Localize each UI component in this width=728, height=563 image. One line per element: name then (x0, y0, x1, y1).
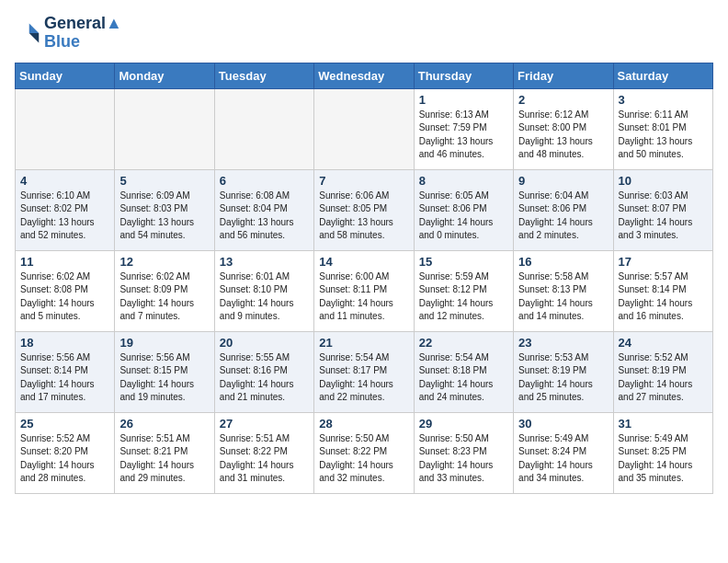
calendar-header-row: SundayMondayTuesdayWednesdayThursdayFrid… (16, 63, 713, 88)
page-header: General▲ Blue (15, 15, 713, 52)
day-number: 20 (220, 336, 309, 350)
day-info: Sunrise: 6:06 AM Sunset: 8:05 PM Dayligh… (319, 190, 408, 243)
calendar-cell: 20Sunrise: 5:55 AM Sunset: 8:16 PM Dayli… (214, 331, 313, 412)
calendar-cell: 18Sunrise: 5:56 AM Sunset: 8:14 PM Dayli… (16, 331, 115, 412)
day-info: Sunrise: 6:13 AM Sunset: 7:59 PM Dayligh… (419, 109, 508, 162)
day-info: Sunrise: 5:54 AM Sunset: 8:18 PM Dayligh… (419, 351, 508, 405)
day-info: Sunrise: 5:49 AM Sunset: 8:24 PM Dayligh… (518, 432, 608, 486)
calendar-cell: 23Sunrise: 5:53 AM Sunset: 8:19 PM Dayli… (514, 331, 613, 412)
col-header-wednesday: Wednesday (314, 63, 414, 88)
col-header-sunday: Sunday (16, 63, 115, 88)
svg-marker-1 (29, 33, 40, 43)
day-info: Sunrise: 5:56 AM Sunset: 8:14 PM Dayligh… (20, 351, 109, 405)
calendar-week-4: 18Sunrise: 5:56 AM Sunset: 8:14 PM Dayli… (16, 331, 713, 412)
day-number: 14 (319, 255, 408, 269)
calendar-cell: 7Sunrise: 6:06 AM Sunset: 8:05 PM Daylig… (314, 169, 414, 250)
day-number: 30 (518, 417, 608, 431)
calendar-cell: 16Sunrise: 5:58 AM Sunset: 8:13 PM Dayli… (514, 250, 613, 331)
day-info: Sunrise: 5:55 AM Sunset: 8:16 PM Dayligh… (220, 351, 309, 405)
calendar-cell: 30Sunrise: 5:49 AM Sunset: 8:24 PM Dayli… (514, 412, 613, 493)
day-number: 29 (419, 417, 508, 431)
day-info: Sunrise: 6:03 AM Sunset: 8:07 PM Dayligh… (619, 190, 708, 243)
day-number: 11 (20, 255, 109, 269)
calendar-cell: 24Sunrise: 5:52 AM Sunset: 8:19 PM Dayli… (613, 331, 712, 412)
day-info: Sunrise: 5:52 AM Sunset: 8:19 PM Dayligh… (619, 351, 708, 405)
day-info: Sunrise: 5:54 AM Sunset: 8:17 PM Dayligh… (319, 351, 408, 405)
day-info: Sunrise: 5:59 AM Sunset: 8:12 PM Dayligh… (419, 270, 508, 324)
day-info: Sunrise: 6:09 AM Sunset: 8:03 PM Dayligh… (119, 190, 209, 243)
day-number: 21 (319, 336, 408, 350)
calendar-cell: 21Sunrise: 5:54 AM Sunset: 8:17 PM Dayli… (314, 331, 414, 412)
calendar-table: SundayMondayTuesdayWednesdayThursdayFrid… (15, 63, 713, 494)
calendar-week-3: 11Sunrise: 6:02 AM Sunset: 8:08 PM Dayli… (16, 250, 713, 331)
day-info: Sunrise: 5:57 AM Sunset: 8:14 PM Dayligh… (619, 270, 708, 324)
day-number: 26 (119, 417, 209, 431)
calendar-cell: 3Sunrise: 6:11 AM Sunset: 8:01 PM Daylig… (613, 88, 712, 169)
day-info: Sunrise: 5:50 AM Sunset: 8:22 PM Dayligh… (319, 432, 408, 486)
day-number: 19 (119, 336, 209, 350)
day-number: 17 (619, 255, 708, 269)
calendar-cell: 2Sunrise: 6:12 AM Sunset: 8:00 PM Daylig… (514, 88, 613, 169)
calendar-cell: 8Sunrise: 6:05 AM Sunset: 8:06 PM Daylig… (414, 169, 513, 250)
day-number: 31 (619, 417, 708, 431)
day-number: 1 (419, 93, 508, 107)
day-info: Sunrise: 5:51 AM Sunset: 8:21 PM Dayligh… (119, 432, 209, 486)
col-header-tuesday: Tuesday (214, 63, 313, 88)
logo-text: General▲ Blue (44, 15, 122, 52)
calendar-cell: 28Sunrise: 5:50 AM Sunset: 8:22 PM Dayli… (314, 412, 414, 493)
day-info: Sunrise: 5:58 AM Sunset: 8:13 PM Dayligh… (518, 270, 608, 324)
calendar-cell: 6Sunrise: 6:08 AM Sunset: 8:04 PM Daylig… (214, 169, 313, 250)
calendar-cell (214, 88, 313, 169)
day-number: 16 (518, 255, 608, 269)
day-info: Sunrise: 5:50 AM Sunset: 8:23 PM Dayligh… (419, 432, 508, 486)
day-info: Sunrise: 6:02 AM Sunset: 8:09 PM Dayligh… (119, 270, 209, 324)
col-header-saturday: Saturday (613, 63, 712, 88)
svg-marker-0 (29, 23, 40, 33)
day-info: Sunrise: 5:56 AM Sunset: 8:15 PM Dayligh… (119, 351, 209, 405)
calendar-body: 1Sunrise: 6:13 AM Sunset: 7:59 PM Daylig… (16, 88, 713, 493)
calendar-week-2: 4Sunrise: 6:10 AM Sunset: 8:02 PM Daylig… (16, 169, 713, 250)
logo-icon (15, 20, 40, 46)
calendar-cell (16, 88, 115, 169)
day-number: 2 (518, 93, 608, 107)
calendar-cell: 27Sunrise: 5:51 AM Sunset: 8:22 PM Dayli… (214, 412, 313, 493)
day-number: 25 (20, 417, 109, 431)
calendar-cell: 25Sunrise: 5:52 AM Sunset: 8:20 PM Dayli… (16, 412, 115, 493)
calendar-cell: 1Sunrise: 6:13 AM Sunset: 7:59 PM Daylig… (414, 88, 513, 169)
day-info: Sunrise: 6:12 AM Sunset: 8:00 PM Dayligh… (518, 109, 608, 162)
calendar-cell: 4Sunrise: 6:10 AM Sunset: 8:02 PM Daylig… (16, 169, 115, 250)
calendar-cell (314, 88, 414, 169)
day-number: 27 (220, 417, 309, 431)
col-header-monday: Monday (115, 63, 214, 88)
col-header-thursday: Thursday (414, 63, 513, 88)
day-number: 5 (119, 174, 209, 188)
day-info: Sunrise: 6:00 AM Sunset: 8:11 PM Dayligh… (319, 270, 408, 324)
day-number: 24 (619, 336, 708, 350)
day-info: Sunrise: 6:08 AM Sunset: 8:04 PM Dayligh… (220, 190, 309, 243)
day-number: 7 (319, 174, 408, 188)
calendar-cell (115, 88, 214, 169)
day-info: Sunrise: 5:51 AM Sunset: 8:22 PM Dayligh… (220, 432, 309, 486)
day-info: Sunrise: 6:11 AM Sunset: 8:01 PM Dayligh… (619, 109, 708, 162)
day-number: 4 (20, 174, 109, 188)
col-header-friday: Friday (514, 63, 613, 88)
logo: General▲ Blue (15, 15, 122, 52)
day-number: 3 (619, 93, 708, 107)
day-info: Sunrise: 6:02 AM Sunset: 8:08 PM Dayligh… (20, 270, 109, 324)
day-info: Sunrise: 5:49 AM Sunset: 8:25 PM Dayligh… (619, 432, 708, 486)
day-number: 13 (220, 255, 309, 269)
calendar-cell: 13Sunrise: 6:01 AM Sunset: 8:10 PM Dayli… (214, 250, 313, 331)
calendar-cell: 26Sunrise: 5:51 AM Sunset: 8:21 PM Dayli… (115, 412, 214, 493)
day-number: 23 (518, 336, 608, 350)
day-info: Sunrise: 6:10 AM Sunset: 8:02 PM Dayligh… (20, 190, 109, 243)
day-info: Sunrise: 6:01 AM Sunset: 8:10 PM Dayligh… (220, 270, 309, 324)
calendar-cell: 12Sunrise: 6:02 AM Sunset: 8:09 PM Dayli… (115, 250, 214, 331)
day-info: Sunrise: 5:53 AM Sunset: 8:19 PM Dayligh… (518, 351, 608, 405)
day-number: 9 (518, 174, 608, 188)
day-number: 18 (20, 336, 109, 350)
calendar-cell: 15Sunrise: 5:59 AM Sunset: 8:12 PM Dayli… (414, 250, 513, 331)
calendar-cell: 9Sunrise: 6:04 AM Sunset: 8:06 PM Daylig… (514, 169, 613, 250)
calendar-cell: 17Sunrise: 5:57 AM Sunset: 8:14 PM Dayli… (613, 250, 712, 331)
day-number: 8 (419, 174, 508, 188)
day-number: 22 (419, 336, 508, 350)
